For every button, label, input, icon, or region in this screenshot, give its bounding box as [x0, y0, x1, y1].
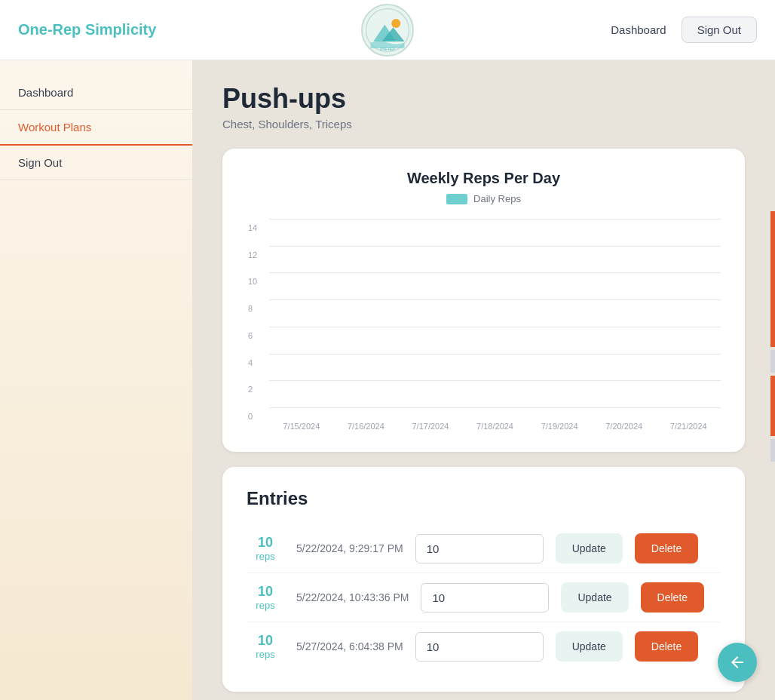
- x-label-3: 7/18/2024: [463, 422, 528, 431]
- entry-date-1: 5/22/2024, 10:43:36 PM: [296, 591, 409, 603]
- svg-text:ONE-REP: ONE-REP: [380, 48, 396, 51]
- header: One-Rep Simplicity ONE-REP Dashboard Sig…: [0, 0, 775, 60]
- sidebar-item-workout-plans[interactable]: Workout Plans: [0, 110, 192, 146]
- entries-list: 10 reps 5/22/2024, 9:29:17 PM Update Del…: [247, 524, 721, 671]
- accent-bars: [770, 211, 775, 462]
- entry-input-0[interactable]: [415, 534, 544, 563]
- page-title: Push-ups: [222, 83, 745, 115]
- bars-container: [269, 220, 721, 408]
- sign-out-button[interactable]: Sign Out: [682, 17, 757, 43]
- entries-card: Entries 10 reps 5/22/2024, 9:29:17 PM Up…: [222, 467, 745, 692]
- x-label-0: 7/15/2024: [269, 422, 334, 431]
- delete-button-2[interactable]: Delete: [635, 631, 698, 662]
- legend-color: [446, 194, 467, 204]
- table-row: 10 reps 5/22/2024, 9:29:17 PM Update Del…: [247, 524, 721, 573]
- x-label-1: 7/16/2024: [334, 422, 399, 431]
- entries-title: Entries: [247, 488, 721, 509]
- update-button-2[interactable]: Update: [556, 631, 623, 662]
- y-label-14: 14: [248, 223, 257, 232]
- reps-label-1: reps: [256, 600, 274, 611]
- y-label-4: 4: [248, 358, 253, 367]
- x-label-4: 7/19/2024: [527, 422, 592, 431]
- page-subtitle: Chest, Shoulders, Triceps: [222, 118, 745, 130]
- entry-date-2: 5/27/2024, 6:04:38 PM: [296, 640, 403, 652]
- x-label-2: 7/17/2024: [398, 422, 463, 431]
- y-label-12: 12: [248, 250, 257, 259]
- entry-reps-1: 10 reps: [247, 584, 284, 611]
- svg-point-3: [391, 19, 400, 28]
- legend-label: Daily Reps: [473, 193, 521, 204]
- reps-count-2: 10: [258, 633, 273, 649]
- entry-input-1[interactable]: [421, 583, 549, 612]
- reps-label-2: reps: [256, 649, 274, 660]
- entry-reps-0: 10 reps: [247, 535, 284, 562]
- center-logo: ONE-REP: [361, 4, 414, 57]
- delete-button-1[interactable]: Delete: [641, 582, 704, 612]
- table-row: 10 reps 5/22/2024, 10:43:36 PM Update De…: [247, 573, 721, 622]
- reps-label-0: reps: [256, 551, 274, 562]
- table-row: 10 reps 5/27/2024, 6:04:38 PM Update Del…: [247, 622, 721, 671]
- x-label-6: 7/21/2024: [656, 422, 721, 431]
- back-icon: [728, 653, 746, 671]
- delete-button-0[interactable]: Delete: [635, 533, 698, 563]
- sidebar-item-signout[interactable]: Sign Out: [0, 146, 192, 180]
- chart-area: 14 12 10 8 6 4: [269, 220, 721, 431]
- chart-title: Weekly Reps Per Day: [247, 170, 721, 187]
- reps-count-0: 10: [258, 535, 273, 551]
- y-label-8: 8: [248, 304, 253, 313]
- entry-date-0: 5/22/2024, 9:29:17 PM: [296, 542, 403, 554]
- x-labels: 7/15/20247/16/20247/17/20247/18/20247/19…: [269, 422, 721, 431]
- main-content: Push-ups Chest, Shoulders, Triceps Weekl…: [192, 60, 775, 700]
- y-label-2: 2: [248, 385, 253, 394]
- sidebar: Dashboard Workout Plans Sign Out: [0, 60, 192, 700]
- update-button-1[interactable]: Update: [561, 582, 628, 612]
- entry-reps-2: 10 reps: [247, 633, 284, 660]
- reps-count-1: 10: [258, 584, 273, 600]
- y-label-6: 6: [248, 331, 253, 340]
- entry-input-2[interactable]: [415, 632, 544, 662]
- brand-logo[interactable]: One-Rep Simplicity: [18, 21, 156, 38]
- y-label-0: 0: [248, 412, 253, 421]
- y-label-10: 10: [248, 277, 257, 286]
- x-label-5: 7/20/2024: [592, 422, 657, 431]
- layout: Dashboard Workout Plans Sign Out Push-up…: [0, 60, 775, 700]
- chart-card: Weekly Reps Per Day Daily Reps 14 12: [222, 149, 745, 452]
- header-nav: Dashboard Sign Out: [611, 17, 757, 43]
- update-button-0[interactable]: Update: [556, 533, 623, 563]
- nav-dashboard-link[interactable]: Dashboard: [611, 23, 666, 36]
- sidebar-item-dashboard[interactable]: Dashboard: [0, 75, 192, 110]
- chart-legend: Daily Reps: [247, 193, 721, 204]
- back-button[interactable]: [718, 643, 757, 682]
